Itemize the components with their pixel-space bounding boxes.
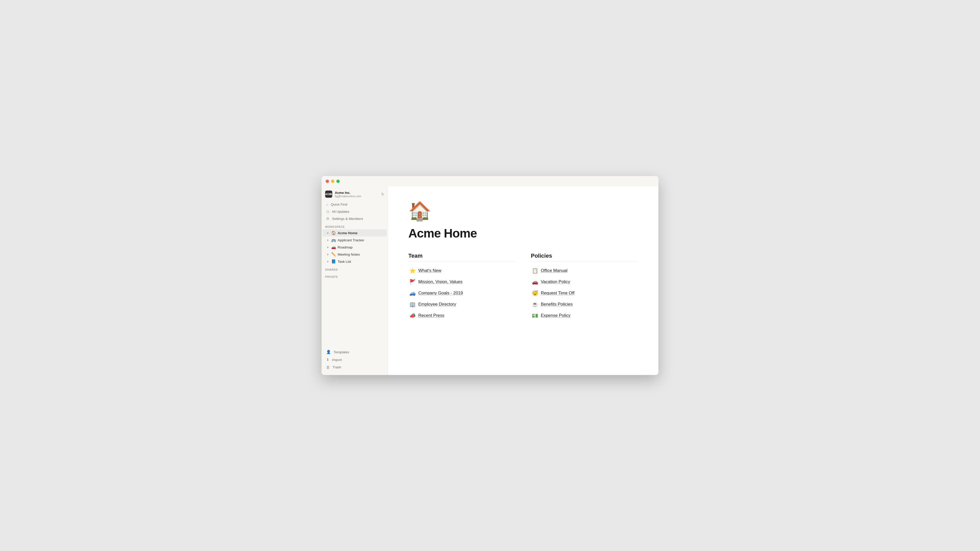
recent-press-text: Recent Press <box>418 313 444 318</box>
roadmap-label: Roadmap <box>338 245 383 249</box>
chevron-right-icon: ▶ <box>326 245 330 249</box>
all-updates-label: All Updates <box>332 210 349 213</box>
import-label: Import <box>332 358 342 362</box>
chevron-right-icon: ▶ <box>326 260 330 263</box>
maximize-button[interactable] <box>336 179 340 183</box>
import-icon: ⬇ <box>326 357 329 362</box>
policies-column: Policies 📋 Office Manual 🚗 Vacation Poli… <box>531 252 638 321</box>
shared-section-label: SHARED <box>321 265 388 272</box>
trash-label: Trash <box>332 365 341 369</box>
mission-text: Mission, Vision, Values <box>418 279 463 284</box>
sidebar: ACME Acme Inc. fig@makenotion.com ⇅ ⌕ Qu… <box>321 186 388 375</box>
request-time-off-text: Request Time Off <box>541 291 574 295</box>
close-button[interactable] <box>326 179 329 183</box>
templates-button[interactable]: 👤 Templates <box>323 348 387 356</box>
applicant-tracker-label: Applicant Tracker <box>338 238 383 242</box>
team-column: Team ⭐ What's New 🚩 Mission, Vision, Val… <box>408 252 515 321</box>
vacation-policy-link[interactable]: 🚗 Vacation Policy <box>531 277 638 287</box>
employee-directory-text: Employee Directory <box>418 302 456 307</box>
workspace-email: fig@makenotion.com <box>335 195 361 198</box>
acme-home-emoji: 🏠 <box>331 230 336 235</box>
mission-emoji: 🚩 <box>409 279 416 285</box>
quick-find-label: Quick Find <box>331 203 347 206</box>
private-section-label: PRIVATE <box>321 272 388 279</box>
workspace-section-label: WORKSPACE <box>321 222 388 229</box>
company-goals-link[interactable]: 🚙 Company Goals - 2019 <box>408 288 515 298</box>
gear-icon: ⚙ <box>326 217 329 221</box>
roadmap-emoji: 🚗 <box>331 245 336 249</box>
workspace-name: Acme Inc. <box>335 191 361 195</box>
team-header: Team <box>408 252 515 262</box>
benefits-policies-emoji: ☕ <box>532 301 538 307</box>
office-manual-text: Office Manual <box>541 268 568 273</box>
workspace-info[interactable]: ACME Acme Inc. fig@makenotion.com <box>325 191 361 198</box>
team-link-list: ⭐ What's New 🚩 Mission, Vision, Values 🚙… <box>408 265 515 321</box>
whats-new-link[interactable]: ⭐ What's New <box>408 265 515 276</box>
sidebar-bottom: 👤 Templates ⬇ Import 🗑 Trash <box>321 345 388 371</box>
mission-link[interactable]: 🚩 Mission, Vision, Values <box>408 277 515 287</box>
main-layout: ACME Acme Inc. fig@makenotion.com ⇅ ⌕ Qu… <box>321 186 659 375</box>
workspace-header: ACME Acme Inc. fig@makenotion.com ⇅ <box>321 189 388 201</box>
templates-icon: 👤 <box>326 350 331 354</box>
page-icon: 🏠 <box>408 202 638 220</box>
templates-label: Templates <box>334 350 349 354</box>
recent-press-emoji: 📣 <box>409 313 416 319</box>
acme-home-label: Acme Home <box>338 231 383 235</box>
expense-policy-link[interactable]: 💵 Expense Policy <box>531 310 638 321</box>
task-list-emoji: 📘 <box>331 259 336 264</box>
office-manual-link[interactable]: 📋 Office Manual <box>531 265 638 276</box>
benefits-policies-link[interactable]: ☕ Benefits Policies <box>531 299 638 310</box>
employee-directory-link[interactable]: 🏢 Employee Directory <box>408 299 515 310</box>
meeting-notes-label: Meeting Notes <box>338 252 383 256</box>
search-icon: ⌕ <box>326 202 328 206</box>
titlebar <box>321 176 659 186</box>
meeting-notes-emoji: ✏️ <box>331 252 336 257</box>
import-button[interactable]: ⬇ Import <box>323 356 387 364</box>
settings-button[interactable]: ⚙ Settings & Members <box>323 215 387 222</box>
employee-directory-emoji: 🏢 <box>409 301 416 307</box>
policies-link-list: 📋 Office Manual 🚗 Vacation Policy 😴 Requ… <box>531 265 638 321</box>
request-time-off-emoji: 😴 <box>532 290 538 296</box>
vacation-policy-text: Vacation Policy <box>541 279 570 284</box>
request-time-off-link[interactable]: 😴 Request Time Off <box>531 288 638 298</box>
vacation-policy-emoji: 🚗 <box>532 279 538 285</box>
chevron-right-icon: ▶ <box>326 252 330 256</box>
whats-new-emoji: ⭐ <box>409 268 416 274</box>
workspace-text: Acme Inc. fig@makenotion.com <box>335 191 361 198</box>
trash-icon: 🗑 <box>326 365 330 369</box>
chevron-right-icon: ▶ <box>326 231 330 235</box>
workspace-logo: ACME <box>325 191 332 198</box>
applicant-tracker-emoji: 🚌 <box>331 238 336 242</box>
trash-button[interactable]: 🗑 Trash <box>323 364 387 371</box>
content-columns: Team ⭐ What's New 🚩 Mission, Vision, Val… <box>408 252 638 321</box>
page-title: Acme Home <box>408 226 638 240</box>
page-content: 🏠 Acme Home Team ⭐ What's New 🚩 Mission,… <box>388 186 659 375</box>
whats-new-text: What's New <box>418 268 441 273</box>
company-goals-text: Company Goals - 2019 <box>418 291 463 295</box>
all-updates-button[interactable]: ◷ All Updates <box>323 208 387 215</box>
chevron-right-icon: ▶ <box>326 238 330 242</box>
sidebar-item-roadmap[interactable]: ▶ 🚗 Roadmap <box>323 244 387 251</box>
expense-policy-text: Expense Policy <box>541 313 570 318</box>
company-goals-emoji: 🚙 <box>409 290 416 296</box>
quick-find-button[interactable]: ⌕ Quick Find <box>323 201 387 208</box>
settings-label: Settings & Members <box>332 217 363 221</box>
policies-header: Policies <box>531 252 638 262</box>
minimize-button[interactable] <box>331 179 334 183</box>
sidebar-item-task-list[interactable]: ▶ 📘 Task List <box>323 258 387 265</box>
workspace-chevron-icon[interactable]: ⇅ <box>381 192 384 196</box>
benefits-policies-text: Benefits Policies <box>541 302 573 307</box>
recent-press-link[interactable]: 📣 Recent Press <box>408 310 515 321</box>
sidebar-item-meeting-notes[interactable]: ▶ ✏️ Meeting Notes <box>323 251 387 258</box>
clock-icon: ◷ <box>326 210 329 213</box>
task-list-label: Task List <box>338 260 383 264</box>
sidebar-item-applicant-tracker[interactable]: ▶ 🚌 Applicant Tracker <box>323 237 387 244</box>
app-window: ACME Acme Inc. fig@makenotion.com ⇅ ⌕ Qu… <box>321 176 659 375</box>
office-manual-emoji: 📋 <box>532 268 538 274</box>
sidebar-item-acme-home[interactable]: ▶ 🏠 Acme Home <box>323 229 387 237</box>
expense-policy-emoji: 💵 <box>532 313 538 319</box>
